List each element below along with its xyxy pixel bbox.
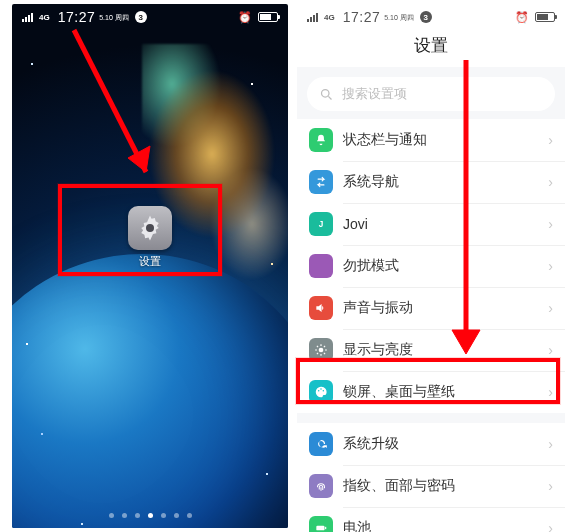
settings-row-label: 系统导航 — [333, 173, 548, 191]
fingerprint-icon — [309, 474, 333, 498]
moon-icon — [309, 254, 333, 278]
battery-icon — [258, 12, 278, 22]
settings-row-label: 锁屏、桌面与壁纸 — [333, 383, 548, 401]
settings-row-label: 状态栏与通知 — [333, 131, 548, 149]
sun-icon — [309, 338, 333, 362]
settings-row[interactable]: 系统导航› — [297, 161, 565, 203]
chevron-right-icon: › — [548, 258, 553, 274]
search-placeholder: 搜索设置项 — [342, 85, 407, 103]
alarm-icon: ⏰ — [238, 11, 252, 24]
settings-row[interactable]: 勿扰模式› — [297, 245, 565, 287]
chevron-right-icon: › — [548, 216, 553, 232]
settings-row-label: 指纹、面部与密码 — [333, 477, 548, 495]
svg-rect-18 — [325, 527, 326, 529]
settings-panel: 4G 17:27 5.10 周四 3 ⏰ 设置 搜索设置项 状态栏与通知›系统导… — [294, 4, 565, 528]
status-bar: 4G 17:27 5.10 周四 3 ⏰ — [12, 4, 288, 28]
svg-point-15 — [320, 388, 322, 390]
chevron-right-icon: › — [548, 342, 553, 358]
status-date: 5.10 周四 — [384, 14, 414, 21]
chevron-right-icon: › — [548, 384, 553, 400]
page-indicator[interactable] — [12, 513, 288, 518]
battery-icon — [309, 516, 333, 532]
svg-line-13 — [317, 353, 318, 354]
settings-row[interactable]: 显示与亮度› — [297, 329, 565, 371]
chevron-right-icon: › — [548, 300, 553, 316]
chevron-right-icon: › — [548, 478, 553, 494]
status-date: 5.10 周四 — [99, 14, 129, 21]
svg-point-14 — [318, 390, 320, 392]
chevron-right-icon: › — [548, 436, 553, 452]
battery-icon — [535, 12, 555, 22]
network-label: 4G — [324, 13, 335, 22]
settings-row-label: 声音与振动 — [333, 299, 548, 317]
settings-row[interactable]: 锁屏、桌面与壁纸› — [297, 371, 565, 413]
svg-line-12 — [324, 346, 325, 347]
chevron-right-icon: › — [548, 174, 553, 190]
svg-line-3 — [328, 96, 331, 99]
gear-icon — [128, 206, 172, 250]
jovi-icon: J — [309, 212, 333, 236]
homescreen-panel: 4G 17:27 5.10 周四 3 ⏰ 设置 — [12, 4, 288, 528]
app-label: 设置 — [128, 254, 172, 269]
settings-list: 状态栏与通知›系统导航›JJovi›勿扰模式›声音与振动›显示与亮度›锁屏、桌面… — [297, 119, 565, 532]
settings-row-label: 勿扰模式 — [333, 257, 548, 275]
refresh-icon — [309, 432, 333, 456]
signal-icon — [307, 12, 318, 22]
chevron-right-icon: › — [548, 520, 553, 532]
svg-point-2 — [322, 89, 330, 97]
page-title: 设置 — [297, 28, 565, 67]
bell-icon — [309, 128, 333, 152]
settings-row-label: Jovi — [333, 216, 548, 232]
notification-badge[interactable]: 3 — [135, 11, 147, 23]
settings-row[interactable]: 状态栏与通知› — [297, 119, 565, 161]
chevron-right-icon: › — [548, 132, 553, 148]
app-icon-settings[interactable]: 设置 — [128, 206, 172, 269]
svg-point-16 — [323, 390, 325, 392]
svg-point-1 — [146, 224, 154, 232]
search-icon — [319, 87, 334, 102]
alarm-icon: ⏰ — [515, 11, 529, 24]
settings-row[interactable]: 系统升级› — [297, 423, 565, 465]
status-bar: 4G 17:27 5.10 周四 3 ⏰ — [297, 4, 565, 28]
search-input[interactable]: 搜索设置项 — [307, 77, 555, 111]
network-label: 4G — [39, 13, 50, 22]
svg-point-5 — [319, 348, 324, 353]
settings-row[interactable]: JJovi› — [297, 203, 565, 245]
status-time: 17:27 — [58, 9, 96, 25]
settings-row[interactable]: 声音与振动› — [297, 287, 565, 329]
settings-row[interactable]: 指纹、面部与密码› — [297, 465, 565, 507]
volume-icon — [309, 296, 333, 320]
settings-row[interactable]: 电池› — [297, 507, 565, 532]
palette-icon — [309, 380, 333, 404]
notification-badge[interactable]: 3 — [420, 11, 432, 23]
svg-line-11 — [324, 353, 325, 354]
settings-row-label: 电池 — [333, 519, 548, 532]
settings-row-label: 系统升级 — [333, 435, 548, 453]
svg-text:J: J — [319, 220, 324, 229]
settings-row-label: 显示与亮度 — [333, 341, 548, 359]
swap-icon — [309, 170, 333, 194]
signal-icon — [22, 12, 33, 22]
status-time: 17:27 — [343, 9, 381, 25]
svg-line-10 — [317, 346, 318, 347]
svg-rect-17 — [316, 526, 324, 531]
